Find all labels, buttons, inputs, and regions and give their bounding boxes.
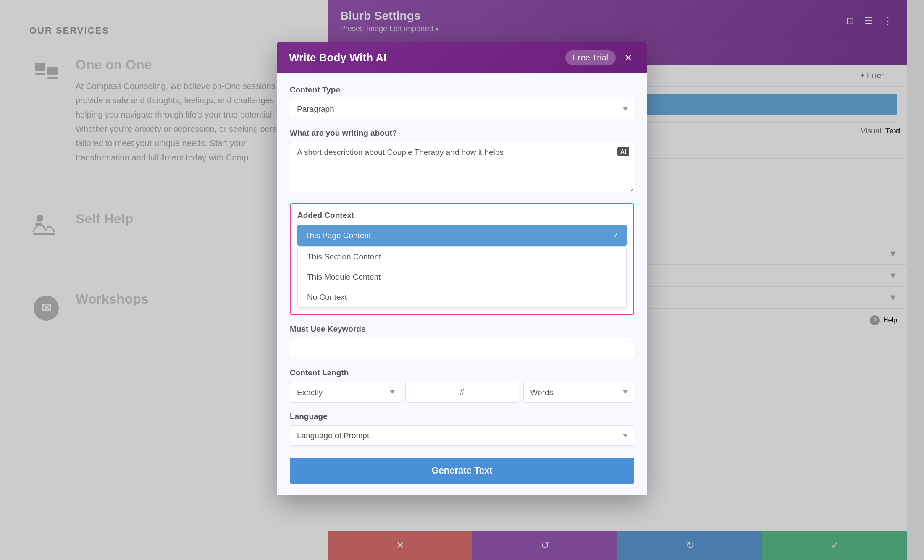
context-dropdown-menu: This Section Content This Module Content… (297, 246, 627, 308)
added-context-section: Added Context This Page Content ✓ This S… (290, 203, 634, 315)
language-group: Language Language of Prompt English Span… (290, 412, 634, 446)
ai-modal: Write Body With AI Free Trial ✕ Content … (277, 42, 647, 495)
ai-modal-overlay: Write Body With AI Free Trial ✕ Content … (0, 0, 924, 560)
keywords-group: Must Use Keywords (290, 324, 634, 359)
content-type-select[interactable]: Paragraph Bullet Points Numbered List (290, 99, 634, 119)
context-option-no-context[interactable]: No Context (298, 287, 626, 307)
content-length-group: Content Length Exactly About Minimum Max… (290, 368, 634, 403)
generate-text-button[interactable]: Generate Text (290, 458, 634, 484)
ai-icon-badge: AI (617, 147, 629, 156)
textarea-wrapper: A short description about Couple Therapy… (290, 142, 634, 194)
language-select[interactable]: Language of Prompt English Spanish Frenc… (290, 425, 634, 446)
context-option-this-module[interactable]: This Module Content (298, 267, 626, 287)
context-dropdown-selected[interactable]: This Page Content ✓ (297, 225, 627, 246)
length-type-select[interactable]: Exactly About Minimum Maximum (290, 382, 401, 403)
content-type-group: Content Type Paragraph Bullet Points Num… (290, 85, 634, 119)
context-dropdown: This Page Content ✓ This Section Content… (297, 225, 627, 308)
writing-about-label: What are you writing about? (290, 128, 634, 138)
writing-about-group: What are you writing about? A short desc… (290, 128, 634, 194)
length-number-input[interactable] (405, 382, 519, 403)
free-trial-badge: Free Trial (565, 50, 616, 65)
modal-close-button[interactable]: ✕ (622, 51, 635, 65)
context-option-this-section[interactable]: This Section Content (298, 247, 626, 267)
ai-modal-body: Content Type Paragraph Bullet Points Num… (277, 73, 647, 495)
ai-modal-header-right: Free Trial ✕ (565, 50, 635, 65)
content-length-label: Content Length (290, 368, 634, 377)
keywords-label: Must Use Keywords (290, 324, 634, 334)
dropdown-checkmark-icon: ✓ (612, 230, 619, 240)
content-length-row: Exactly About Minimum Maximum Words Sent… (290, 382, 634, 403)
content-type-label: Content Type (290, 85, 634, 94)
keywords-input[interactable] (290, 338, 634, 359)
selected-context-text: This Page Content (305, 231, 371, 240)
ai-modal-title: Write Body With AI (289, 51, 386, 64)
ai-modal-header: Write Body With AI Free Trial ✕ (277, 42, 647, 73)
language-label: Language (290, 412, 634, 421)
writing-about-textarea[interactable]: A short description about Couple Therapy… (290, 142, 634, 192)
length-unit-select[interactable]: Words Sentences Paragraphs (523, 382, 635, 403)
added-context-label: Added Context (297, 211, 627, 220)
